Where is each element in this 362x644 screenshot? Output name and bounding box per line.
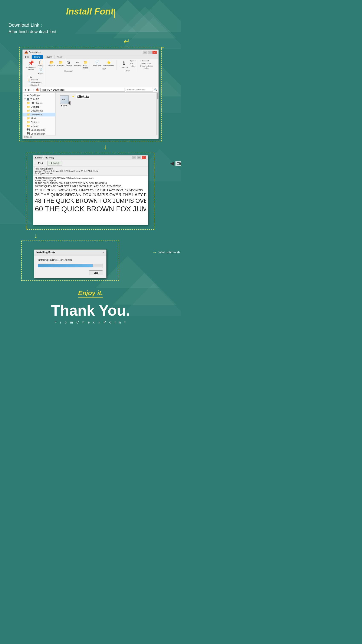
search-input[interactable] <box>126 88 153 92</box>
paste-shortcut-btn[interactable]: 📄 Paste shortcut <box>27 81 42 84</box>
font-window-title: Bailine (TrueType) <box>35 156 54 159</box>
nav-documents[interactable]: 📁 Documents <box>22 109 55 112</box>
ribbon-tab-file[interactable]: File <box>22 55 32 59</box>
maximize-button[interactable]: □ <box>148 51 152 54</box>
titlebar-buttons[interactable]: — □ ✕ <box>143 51 157 54</box>
minimize-button[interactable]: — <box>143 51 147 54</box>
expand-icon-thispc: ▽ <box>24 98 25 100</box>
ribbon-tab-share[interactable]: Share <box>43 55 55 59</box>
explorer-titlebar: 📥 Downloads — □ ✕ <box>22 50 159 55</box>
clipboard-group: 📌 Pin to Quickaccess 📋 Copy 📄 <box>24 60 45 86</box>
scrollbar[interactable] <box>156 92 159 135</box>
move-to-btn[interactable]: 📂 Move to <box>47 60 56 70</box>
stop-button[interactable]: Stop <box>89 270 103 275</box>
down-arrow-install: ↓ <box>34 232 173 240</box>
nav-pictures[interactable]: 📁 Pictures <box>22 120 55 124</box>
pin-to-quick-access-btn[interactable]: 📌 Pin to Quickaccess <box>25 60 37 75</box>
pictures-icon: 📁 <box>27 121 30 124</box>
thankyou-section: Thank You. F r o m C h e c k P o i n t <box>8 302 173 324</box>
nav-desktop[interactable]: 📁 Desktop <box>22 105 55 109</box>
file-area: ✦ Click 2x ◀ ABG Bailine <box>56 92 156 135</box>
rename-label: Rename <box>74 64 81 67</box>
nav-onedrive[interactable]: ▷ ☁ OneDrive <box>22 94 55 97</box>
dialog-titlebar: Installing Fonts × <box>34 250 106 256</box>
new-folder-btn[interactable]: 📁 Newfolder <box>82 60 89 70</box>
onedrive-icon: ☁ <box>26 94 29 97</box>
print-button[interactable]: Print <box>35 161 46 165</box>
ribbon-tab-view[interactable]: View <box>55 55 65 59</box>
search-icon[interactable]: 🔍 <box>154 88 157 91</box>
dialog-title: Installing Fonts <box>36 251 55 254</box>
down-arrow: ↓ <box>104 143 107 151</box>
easy-access-icon: ⭐ <box>107 60 111 64</box>
nav-documents-label: Documents <box>31 110 43 112</box>
select-none-btn[interactable]: ☐ Select none <box>140 62 154 64</box>
up-button[interactable]: ↑ <box>32 88 34 92</box>
quick-access-icon[interactable]: 📥 <box>35 88 40 92</box>
history-label: History <box>130 65 135 67</box>
copy-path-btn[interactable]: 📋 Copy path <box>27 78 42 81</box>
explorer-window: 📥 Downloads — □ ✕ File Home Share View <box>22 50 159 139</box>
nav-3d-objects[interactable]: 📁 3D Objects <box>22 101 55 105</box>
nav-downloads[interactable]: 📁 Downloads <box>22 112 55 116</box>
easy-access-btn[interactable]: ⭐ Easy access <box>103 60 115 68</box>
main-title: Install Font <box>66 6 114 17</box>
disk-d-icon: 💾 <box>27 132 30 135</box>
disk-c-icon: 💾 <box>27 128 30 131</box>
dialog-close-button[interactable]: × <box>102 251 104 254</box>
organize-label: Organize <box>64 70 72 72</box>
copy-icon: 📋 <box>38 60 43 64</box>
nav-local-disk-d[interactable]: 💾 Local Disk (D:) <box>22 132 55 135</box>
ribbon-tab-home[interactable]: Home <box>32 55 43 59</box>
new-item-label: New Item <box>93 64 101 67</box>
select-all-btn[interactable]: ☑ Select all <box>140 60 154 62</box>
nav-thispc[interactable]: ▽ 💻 This PC <box>22 97 55 101</box>
arrow-to-explorer: ↵ <box>8 37 130 46</box>
invert-selection-btn[interactable]: ⊟ Invert selection <box>140 65 154 67</box>
preview-line-6: 36 THE QUICK BROWN FOX JUMPIS OVER THE L… <box>35 192 146 197</box>
address-path[interactable]: This PC > Downloads <box>40 88 125 92</box>
font-titlebar-buttons[interactable]: — □ ✕ <box>132 156 146 159</box>
install-button[interactable]: ⊞ Install <box>47 161 62 166</box>
select-group: ☑ Select all ☐ Select none ⊟ Invert sele… <box>138 60 155 69</box>
select-all-label: ☑ Select all <box>140 60 149 62</box>
scroll-thumb[interactable] <box>157 93 159 99</box>
explorer-title: Downloads <box>29 51 40 54</box>
address-bar: ◀ ▶ ↑ 📥 This PC > Downloads 🔍 <box>22 87 159 92</box>
install-dialog: Installing Fonts × Installing Baliline (… <box>34 250 106 278</box>
new-item-btn[interactable]: 📄 New Item <box>92 60 102 68</box>
paste-label: Paste <box>38 72 43 75</box>
nav-music[interactable]: 📁 Music <box>22 116 55 120</box>
properties-btn[interactable]: ℹ Properties <box>119 60 129 69</box>
forward-button[interactable]: ▶ <box>28 88 31 92</box>
history-btn[interactable]: History <box>130 65 136 67</box>
music-icon: 📁 <box>27 117 30 120</box>
copy-to-btn[interactable]: 📁 Copy to <box>56 60 65 70</box>
properties-group: ℹ Properties Open ▾ Edit <box>117 60 137 72</box>
file-label: Bailine <box>61 104 67 107</box>
cut-btn[interactable]: ✂ Cut <box>27 76 42 78</box>
open-btn[interactable]: Open ▾ <box>130 60 136 62</box>
edit-btn[interactable]: Edit <box>130 62 136 64</box>
copy-path-icon: 📋 <box>28 79 30 81</box>
paste-btn[interactable]: 📄 Paste <box>37 68 44 75</box>
install-arrow-icon: ◀ <box>170 161 174 166</box>
font-minimize-btn[interactable]: — <box>132 156 136 159</box>
close-button[interactable]: ✕ <box>153 51 157 54</box>
desktop-icon: 📁 <box>27 105 30 108</box>
font-close-btn[interactable]: ✕ <box>142 156 146 159</box>
nav-videos[interactable]: 📁 Videos <box>22 124 55 128</box>
copy-btn[interactable]: 📋 Copy <box>37 60 44 68</box>
ribbon-tabs: File Home Share View <box>22 55 159 59</box>
file-icon: ABG <box>60 95 69 104</box>
delete-btn[interactable]: 🗑 Delete <box>65 60 72 70</box>
back-button[interactable]: ◀ <box>24 88 27 92</box>
nav-local-disk-c[interactable]: 💾 Local Disk (C:) <box>22 128 55 132</box>
dialog-body: Installing Baliline (1 of 1 fonts) Stop <box>34 256 106 278</box>
copy-path-label: Copy path <box>31 79 38 81</box>
font-maximize-btn[interactable]: □ <box>137 156 141 159</box>
rename-btn[interactable]: ✏ Rename <box>73 60 82 70</box>
organize-group: 📂 Move to 📁 Copy to 🗑 Delete <box>46 60 90 72</box>
delete-label: Delete <box>66 64 72 66</box>
nav-music-label: Music <box>31 117 37 120</box>
